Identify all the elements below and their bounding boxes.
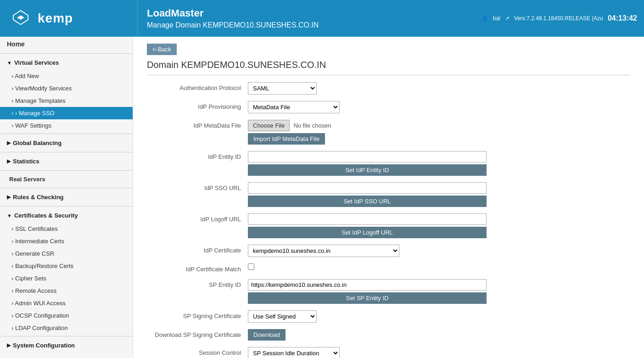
divider6: [0, 206, 133, 207]
sp-signing-cert-select[interactable]: Use Self Signed: [248, 310, 317, 323]
sidebar: Home Virtual Services Add New View/Modif…: [0, 37, 133, 358]
session-control-label: Session Control: [147, 347, 248, 356]
section-global-balancing[interactable]: Global Balancing: [0, 136, 133, 150]
sidebar-item-backup-restore-certs[interactable]: Backup/Restore Certs: [0, 260, 133, 272]
sp-entity-id-input[interactable]: [248, 279, 487, 291]
clock-time: 04:13:42: [608, 14, 637, 22]
sidebar-item-ssl-certs[interactable]: SSL Certificates: [0, 223, 133, 235]
header: kemp LoadMaster Manage Domain KEMPDEMO10…: [0, 0, 644, 37]
idp-sso-url-label: IdP SSO URL: [147, 182, 248, 191]
section-rules-checking[interactable]: Rules & Checking: [0, 190, 133, 204]
content-area: <-Back Domain KEMPDEMO10.SUNESHES.CO.IN …: [133, 37, 644, 358]
idp-cert-match-row: IdP Certificate Match: [147, 263, 630, 273]
idp-provisioning-control: MetaData File Manual: [248, 101, 340, 113]
idp-cert-match-control: [248, 263, 254, 270]
idp-provisioning-row: IdP Provisioning MetaData File Manual: [147, 101, 630, 113]
section-statistics[interactable]: Statistics: [0, 154, 133, 168]
idp-sso-url-control: Set IdP SSO URL: [248, 182, 487, 207]
sidebar-item-manage-templates[interactable]: Manage Templates: [0, 95, 133, 107]
main-layout: Home Virtual Services Add New View/Modif…: [0, 37, 644, 358]
idp-logoff-url-label: IdP Logoff URL: [147, 213, 248, 223]
no-file-text: No file chosen: [293, 122, 331, 129]
file-chooser-row: Choose File No file chosen: [248, 120, 331, 131]
idp-entity-id-label: IdP Entity ID: [147, 151, 248, 160]
download-sp-control: Download: [248, 329, 286, 341]
app-title: LoadMaster: [147, 7, 465, 19]
sidebar-item-waf-settings[interactable]: WAF Settings: [0, 119, 133, 132]
idp-metadata-file-control: Choose File No file chosen Import IdP Me…: [248, 120, 331, 145]
idp-sso-url-row: IdP SSO URL Set IdP SSO URL: [147, 182, 630, 207]
idp-provisioning-select[interactable]: MetaData File Manual: [248, 101, 340, 113]
page-title: Domain KEMPDEMO10.SUNESHES.CO.IN: [147, 60, 630, 75]
idp-cert-match-label: IdP Certificate Match: [147, 263, 248, 273]
idp-provisioning-label: IdP Provisioning: [147, 101, 248, 110]
idp-logoff-url-input[interactable]: [248, 213, 487, 225]
idp-logoff-url-control: Set IdP Logoff URL: [248, 213, 487, 238]
divider: [0, 53, 133, 54]
share-icon[interactable]: ↗: [505, 15, 510, 22]
sp-entity-id-label: SP Entity ID: [147, 279, 248, 288]
auth-protocol-label: Authentication Protocol: [147, 82, 248, 91]
header-main: LoadMaster Manage Domain KEMPDEMO10.SUNE…: [138, 0, 475, 37]
idp-metadata-file-row: IdP MetaData File Choose File No file ch…: [147, 120, 630, 145]
sidebar-item-real-servers[interactable]: Real Servers: [0, 173, 133, 186]
logo-icon: [9, 9, 32, 28]
section-system-config[interactable]: System Configuration: [0, 338, 133, 352]
sidebar-item-admin-wui[interactable]: Admin WUI Access: [0, 297, 133, 309]
sp-signing-cert-row: SP Signing Certificate Use Self Signed: [147, 310, 630, 323]
back-button[interactable]: <-Back: [147, 44, 177, 55]
sidebar-item-remote-access[interactable]: Remote Access: [0, 285, 133, 297]
sidebar-item-cipher-sets[interactable]: Cipher Sets: [0, 272, 133, 285]
sidebar-item-home[interactable]: Home: [0, 37, 133, 51]
import-btn-row: Import IdP MetaData File: [248, 133, 331, 145]
set-idp-sso-url-button[interactable]: Set IdP SSO URL: [248, 196, 487, 207]
set-sp-entity-id-button[interactable]: Set SP Entity ID: [248, 292, 487, 304]
divider7: [0, 336, 133, 336]
idp-metadata-file-label: IdP MetaData File: [147, 120, 248, 129]
sidebar-item-ocsp[interactable]: OCSP Configuration: [0, 309, 133, 322]
idp-cert-match-checkbox[interactable]: [248, 263, 254, 270]
section-certs-security[interactable]: Certificates & Security: [0, 208, 133, 223]
auth-protocol-row: Authentication Protocol SAML LDAP Radius…: [147, 82, 630, 95]
sidebar-item-view-modify[interactable]: View/Modify Services: [0, 82, 133, 95]
domain-subtitle: Manage Domain KEMPDEMO10.SUNESHES.CO.IN: [147, 21, 465, 29]
divider2: [0, 134, 133, 134]
download-sp-row: Download SP Signing Certificate Download: [147, 329, 630, 341]
idp-entity-id-row: IdP Entity ID Set IdP Entity ID: [147, 151, 630, 176]
divider4: [0, 170, 133, 171]
logo-text: kemp: [38, 11, 73, 26]
sidebar-item-generate-csr[interactable]: Generate CSR: [0, 247, 133, 260]
session-control-select[interactable]: SP Session Idle Duration None: [248, 347, 340, 358]
sidebar-item-manage-sso[interactable]: › Manage SSO: [0, 107, 133, 119]
download-button[interactable]: Download: [248, 329, 286, 341]
content-inner: <-Back Domain KEMPDEMO10.SUNESHES.CO.IN …: [133, 37, 644, 358]
sidebar-item-intermediate-certs[interactable]: Intermediate Certs: [0, 235, 133, 247]
idp-certificate-control: kempdemo10.suneshes.co.in: [248, 245, 399, 257]
sidebar-item-add-new[interactable]: Add New: [0, 70, 133, 82]
idp-logoff-url-row: IdP Logoff URL Set IdP Logoff URL: [147, 213, 630, 238]
version-info: Vers:7.2.49.1.18450.RELEASE (Azu: [514, 15, 603, 22]
logo-area: kemp: [0, 0, 138, 37]
auth-protocol-control: SAML LDAP Radius Local: [248, 82, 317, 95]
idp-entity-id-input[interactable]: [248, 151, 487, 162]
idp-sso-url-input[interactable]: [248, 182, 487, 194]
set-idp-entity-id-button[interactable]: Set IdP Entity ID: [248, 164, 487, 176]
sp-entity-id-row: SP Entity ID Set SP Entity ID: [147, 279, 630, 304]
username: bal: [493, 15, 500, 22]
idp-entity-id-control: Set IdP Entity ID: [248, 151, 487, 176]
session-control-row: Session Control SP Session Idle Duration…: [147, 347, 630, 358]
choose-file-button[interactable]: Choose File: [248, 120, 290, 131]
auth-protocol-select[interactable]: SAML LDAP Radius Local: [248, 82, 317, 95]
divider5: [0, 188, 133, 188]
section-virtual-services[interactable]: Virtual Services: [0, 56, 133, 70]
download-sp-label: Download SP Signing Certificate: [147, 329, 248, 338]
import-idp-metadata-button[interactable]: Import IdP MetaData File: [248, 133, 325, 145]
sp-signing-cert-label: SP Signing Certificate: [147, 310, 248, 319]
sp-signing-cert-control: Use Self Signed: [248, 310, 317, 323]
sidebar-item-ldap[interactable]: LDAP Configuration: [0, 322, 133, 334]
idp-certificate-select[interactable]: kempdemo10.suneshes.co.in: [248, 245, 399, 257]
idp-certificate-row: IdP Certificate kempdemo10.suneshes.co.i…: [147, 245, 630, 257]
idp-certificate-label: IdP Certificate: [147, 245, 248, 254]
set-idp-logoff-url-button[interactable]: Set IdP Logoff URL: [248, 227, 487, 238]
user-icon: 👤: [482, 15, 488, 22]
